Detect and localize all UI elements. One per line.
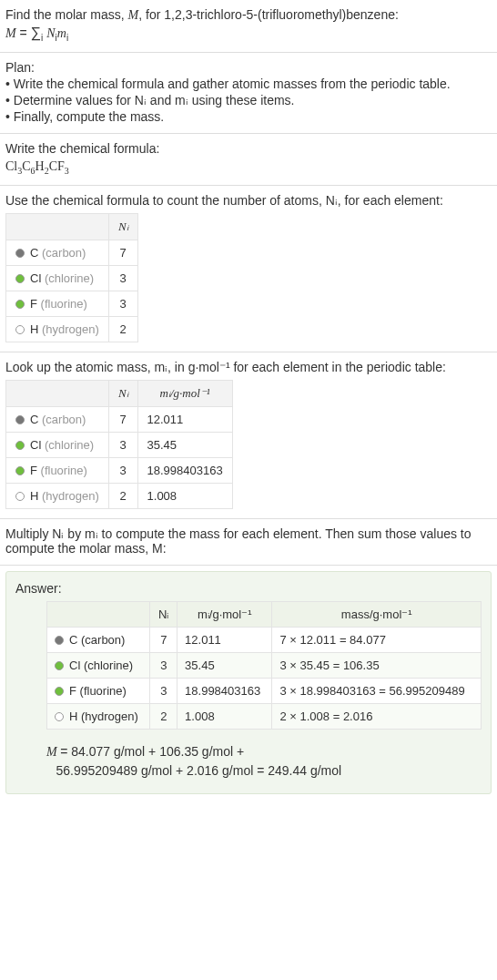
col-m: mᵢ/g·mol⁻¹ — [137, 380, 232, 406]
element-swatch — [15, 325, 25, 334]
n-cell: 3 — [150, 678, 178, 703]
table-row: C (carbon)712.0117 × 12.011 = 84.077 — [47, 627, 482, 652]
col-N: Nᵢ — [108, 213, 137, 240]
element-swatch — [55, 661, 64, 670]
count-heading: Use the chemical formula to count the nu… — [5, 193, 492, 208]
element-cell: Cl (chlorine) — [6, 432, 109, 457]
intro-line: Find the molar mass, M, for 1,2,3-trichl… — [5, 7, 492, 23]
m-cell: 35.45 — [178, 652, 272, 678]
element-cell: H (hydrogen) — [47, 703, 150, 729]
element-cell: Cl (chlorine) — [47, 652, 150, 678]
plan-bullet-1: • Write the chemical formula and gather … — [5, 77, 492, 91]
element-swatch — [15, 441, 25, 450]
element-cell: Cl (chlorine) — [6, 265, 109, 291]
m-cell: 1.008 — [137, 483, 232, 508]
molar-mass-formula: M = ∑i Nimi — [5, 25, 492, 43]
table-row: H (hydrogen)21.008 — [6, 483, 233, 508]
table-row: F (fluorine)318.998403163 — [6, 457, 233, 483]
m-cell: 12.011 — [178, 627, 272, 652]
table-row: F (fluorine)3 — [6, 291, 138, 316]
plan-bullet-3: • Finally, compute the mass. — [5, 109, 492, 124]
table-header-row: Nᵢ mᵢ/g·mol⁻¹ mass/g·mol⁻¹ — [47, 601, 482, 627]
n-cell: 7 — [150, 627, 178, 652]
element-swatch — [15, 415, 25, 424]
n-cell: 2 — [150, 703, 178, 729]
sum-index: i — [41, 33, 43, 43]
col-mass: mass/g·mol⁻¹ — [272, 601, 482, 627]
n-cell: 7 — [108, 406, 137, 432]
element-swatch — [55, 636, 64, 645]
element-cell: F (fluorine) — [6, 291, 109, 316]
m-cell: 12.011 — [137, 406, 232, 432]
n-cell: 3 — [108, 457, 137, 483]
element-cell: F (fluorine) — [47, 678, 150, 703]
n-cell: 3 — [108, 432, 137, 457]
element-swatch — [15, 249, 25, 258]
final-line-2: 56.995209489 g/mol + 2.016 g/mol = 249.4… — [56, 763, 342, 778]
element-cell: C (carbon) — [6, 406, 109, 432]
table-row: C (carbon)7 — [6, 240, 138, 265]
table-row: Cl (chlorine)335.45 — [6, 432, 233, 457]
n-cell: 3 — [108, 265, 137, 291]
n-cell: 3 — [150, 652, 178, 678]
n-cell: 2 — [108, 483, 137, 508]
m-cell: 35.45 — [137, 432, 232, 457]
intro-section: Find the molar mass, M, for 1,2,3-trichl… — [0, 0, 497, 53]
answer-label: Answer: — [15, 581, 482, 596]
n-cell: 7 — [108, 240, 137, 265]
element-swatch — [15, 300, 25, 309]
table-header-row: Nᵢ mᵢ/g·mol⁻¹ — [6, 380, 233, 406]
n-cell: 3 — [108, 291, 137, 316]
mass-cell: 7 × 12.011 = 84.077 — [272, 627, 482, 652]
mass-section: Look up the atomic mass, mᵢ, in g·mol⁻¹ … — [0, 352, 497, 519]
m-cell: 18.998403163 — [178, 678, 272, 703]
mass-cell: 2 × 1.008 = 2.016 — [272, 703, 482, 729]
element-cell: C (carbon) — [6, 240, 109, 265]
chem-heading: Write the chemical formula: — [5, 141, 492, 156]
table-row: C (carbon)712.011 — [6, 406, 233, 432]
table-row: H (hydrogen)21.0082 × 1.008 = 2.016 — [47, 703, 482, 729]
table-row: Cl (chlorine)3 — [6, 265, 138, 291]
count-section: Use the chemical formula to count the nu… — [0, 186, 497, 352]
multiply-heading: Multiply Nᵢ by mᵢ to compute the mass fo… — [5, 526, 492, 556]
table-header-row: Nᵢ — [6, 213, 138, 240]
m-cell: 1.008 — [178, 703, 272, 729]
chemical-formula-section: Write the chemical formula: Cl3C6H2CF3 — [0, 134, 497, 186]
mass-heading: Look up the atomic mass, mᵢ, in g·mol⁻¹ … — [5, 360, 492, 374]
mass-cell: 3 × 35.45 = 106.35 — [272, 652, 482, 678]
element-swatch — [55, 712, 64, 721]
plan-bullet-2: • Determine values for Nᵢ and mᵢ using t… — [5, 93, 492, 107]
plan-section: Plan: • Write the chemical formula and g… — [0, 53, 497, 134]
col-N: Nᵢ — [108, 380, 137, 406]
element-cell: C (carbon) — [47, 627, 150, 652]
element-swatch — [15, 274, 25, 283]
multiply-section: Multiply Nᵢ by mᵢ to compute the mass fo… — [0, 519, 497, 566]
table-row: H (hydrogen)2 — [6, 316, 138, 342]
col-m: mᵢ/g·mol⁻¹ — [178, 601, 272, 627]
final-line-1: = 84.077 g/mol + 106.35 g/mol + — [60, 744, 244, 759]
element-cell: F (fluorine) — [6, 457, 109, 483]
plan-heading: Plan: — [5, 60, 492, 75]
element-swatch — [15, 492, 25, 501]
mass-table: Nᵢ mᵢ/g·mol⁻¹ C (carbon)712.011Cl (chlor… — [5, 380, 233, 509]
element-cell: H (hydrogen) — [6, 316, 109, 342]
m-cell: 18.998403163 — [137, 457, 232, 483]
answer-box: Answer: Nᵢ mᵢ/g·mol⁻¹ mass/g·mol⁻¹ C (ca… — [5, 571, 492, 794]
answer-table: Nᵢ mᵢ/g·mol⁻¹ mass/g·mol⁻¹ C (carbon)712… — [46, 601, 482, 730]
count-table: Nᵢ C (carbon)7Cl (chlorine)3F (fluorine)… — [5, 213, 138, 342]
element-cell: H (hydrogen) — [6, 483, 109, 508]
mass-cell: 3 × 18.998403163 = 56.995209489 — [272, 678, 482, 703]
table-row: Cl (chlorine)335.453 × 35.45 = 106.35 — [47, 652, 482, 678]
final-molar-mass: M = 84.077 g/mol + 106.35 g/mol + 56.995… — [46, 742, 482, 781]
element-swatch — [15, 466, 25, 475]
element-swatch — [55, 687, 64, 696]
n-cell: 2 — [108, 316, 137, 342]
table-row: F (fluorine)318.9984031633 × 18.99840316… — [47, 678, 482, 703]
col-N: Nᵢ — [150, 601, 178, 627]
chemical-formula: Cl3C6H2CF3 — [5, 159, 492, 176]
